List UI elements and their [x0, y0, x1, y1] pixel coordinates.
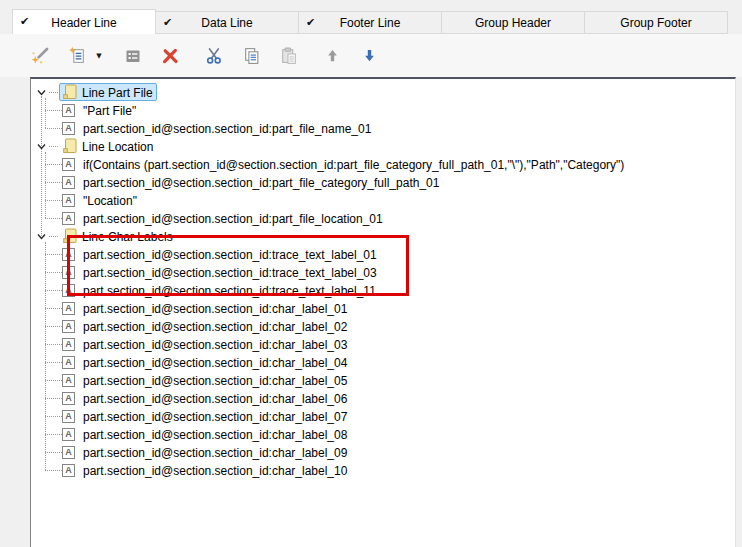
chevron-down-icon[interactable]: ▼	[92, 52, 106, 60]
tree-group-line-part-file[interactable]: Line Part File	[31, 83, 735, 101]
tree-connector	[45, 218, 62, 219]
tab-strip: ✔Header Line✔Data Line✔Footer LineGroup …	[0, 9, 742, 34]
tree-item[interactable]: Apart.section_id@section.section_id:trac…	[31, 281, 735, 299]
tree-item-label: "Location"	[83, 193, 137, 208]
paste-icon	[279, 46, 298, 65]
tree-item[interactable]: Apart.section_id@section.section_id:part…	[31, 119, 735, 137]
text-field-icon: A	[62, 284, 75, 297]
tab-check-icon: ✔	[20, 15, 29, 28]
tree-item[interactable]: A"Part File"	[31, 101, 735, 119]
tree-connector	[45, 254, 62, 255]
tree-item[interactable]: Apart.section_id@section.section_id:part…	[31, 173, 735, 191]
text-field-icon: A	[62, 392, 75, 405]
arrow-down-icon[interactable]	[357, 44, 381, 68]
magic-wand-icon	[31, 46, 50, 65]
tree-connector	[45, 110, 62, 111]
tab-label: Header Line	[51, 15, 116, 30]
tree: Line Part FileA"Part File"Apart.section_…	[31, 83, 735, 479]
tab-header-line[interactable]: ✔Header Line	[12, 9, 156, 34]
tree-item[interactable]: Apart.section_id@section.section_id:part…	[31, 209, 735, 227]
tab-check-icon: ✔	[306, 15, 315, 28]
tab-data-line[interactable]: ✔Data Line	[155, 11, 299, 34]
scissors-icon[interactable]	[202, 44, 226, 68]
expression-tree-panel: Line Part FileA"Part File"Apart.section_…	[30, 77, 736, 547]
copy-icon[interactable]	[239, 44, 263, 68]
delete-x-icon	[161, 46, 180, 65]
text-field-icon: A	[62, 194, 75, 207]
chevron-down-icon[interactable]	[35, 86, 48, 99]
tree-group-label: Line Location	[82, 139, 153, 154]
tree-connector	[45, 398, 62, 399]
new-document-icon[interactable]	[65, 44, 89, 68]
chevron-down-icon[interactable]	[35, 230, 48, 243]
tree-connector	[45, 416, 62, 417]
text-field-icon: A	[62, 266, 75, 279]
text-field-icon: A	[62, 446, 75, 459]
tree-item-label: part.section_id@section.section_id:char_…	[83, 463, 347, 478]
tree-item[interactable]: Aif(Contains (part.section_id@section.se…	[31, 155, 735, 173]
text-field-icon: A	[62, 248, 75, 261]
tree-item[interactable]: Apart.section_id@section.section_id:char…	[31, 353, 735, 371]
tree-item[interactable]: Apart.section_id@section.section_id:char…	[31, 407, 735, 425]
tree-connector	[49, 236, 58, 237]
tab-footer-line[interactable]: ✔Footer Line	[298, 11, 442, 34]
tree-group-line-char-labels[interactable]: Line Char Labels	[31, 227, 735, 245]
tab-label: Data Line	[201, 15, 252, 30]
tree-item-label: part.section_id@section.section_id:trace…	[83, 265, 377, 280]
tree-item[interactable]: Apart.section_id@section.section_id:char…	[31, 389, 735, 407]
tree-item[interactable]: Apart.section_id@section.section_id:char…	[31, 443, 735, 461]
tab-group-header[interactable]: Group Header	[441, 11, 585, 34]
text-field-icon: A	[62, 374, 75, 387]
folder-icon	[63, 228, 78, 244]
new-document-icon	[68, 46, 87, 65]
magic-wand-icon[interactable]	[28, 44, 52, 68]
tree-connector	[45, 326, 62, 327]
tree-item-label: part.section_id@section.section_id:char_…	[83, 391, 347, 406]
tree-group-line-location[interactable]: Line Location	[31, 137, 735, 155]
text-field-icon: A	[62, 356, 75, 369]
tree-item[interactable]: Apart.section_id@section.section_id:char…	[31, 425, 735, 443]
selected-node[interactable]: Line Part File	[59, 83, 157, 101]
node[interactable]: Line Char Labels	[59, 227, 177, 245]
text-field-icon: A	[62, 302, 75, 315]
tree-item-label: part.section_id@section.section_id:char_…	[83, 355, 347, 370]
tree-item[interactable]: Apart.section_id@section.section_id:trac…	[31, 245, 735, 263]
tree-item-label: part.section_id@section.section_id:char_…	[83, 373, 347, 388]
delete-x-icon[interactable]	[158, 44, 182, 68]
tree-connector	[49, 92, 58, 93]
tab-group-footer[interactable]: Group Footer	[584, 11, 728, 34]
node[interactable]: Line Location	[59, 137, 157, 155]
text-field-icon: A	[62, 338, 75, 351]
tab-label: Group Header	[475, 15, 551, 30]
tree-item[interactable]: Apart.section_id@section.section_id:char…	[31, 317, 735, 335]
text-field-icon: A	[62, 212, 75, 225]
tree-item[interactable]: Apart.section_id@section.section_id:char…	[31, 335, 735, 353]
tree-item[interactable]: Apart.section_id@section.section_id:trac…	[31, 263, 735, 281]
chevron-down-icon[interactable]	[35, 140, 48, 153]
tree-item-label: if(Contains (part.section_id@section.sec…	[83, 157, 624, 172]
tree-item[interactable]: Apart.section_id@section.section_id:char…	[31, 299, 735, 317]
tab-label: Group Footer	[620, 15, 691, 30]
tree-children: Aif(Contains (part.section_id@section.se…	[31, 155, 735, 227]
tree-connector	[45, 308, 62, 309]
tree-connector	[45, 380, 62, 381]
properties-icon[interactable]	[121, 44, 145, 68]
tree-item[interactable]: Apart.section_id@section.section_id:char…	[31, 461, 735, 479]
tree-connector	[45, 164, 62, 165]
tree-item-label: part.section_id@section.section_id:char_…	[83, 319, 347, 334]
paste-icon[interactable]	[276, 44, 300, 68]
text-field-icon: A	[62, 122, 75, 135]
text-field-icon: A	[62, 104, 75, 117]
text-field-icon: A	[62, 158, 75, 171]
tree-connector	[45, 272, 62, 273]
text-field-icon: A	[62, 428, 75, 441]
tree-item-label: part.section_id@section.section_id:trace…	[83, 247, 377, 262]
tree-group-label: Line Part File	[82, 85, 153, 100]
tree-item[interactable]: A"Location"	[31, 191, 735, 209]
tree-connector	[45, 470, 62, 471]
tree-group-label: Line Char Labels	[82, 229, 173, 244]
folder-icon	[63, 84, 78, 100]
arrow-up-icon[interactable]	[320, 44, 344, 68]
tree-connector	[45, 182, 62, 183]
tree-item[interactable]: Apart.section_id@section.section_id:char…	[31, 371, 735, 389]
